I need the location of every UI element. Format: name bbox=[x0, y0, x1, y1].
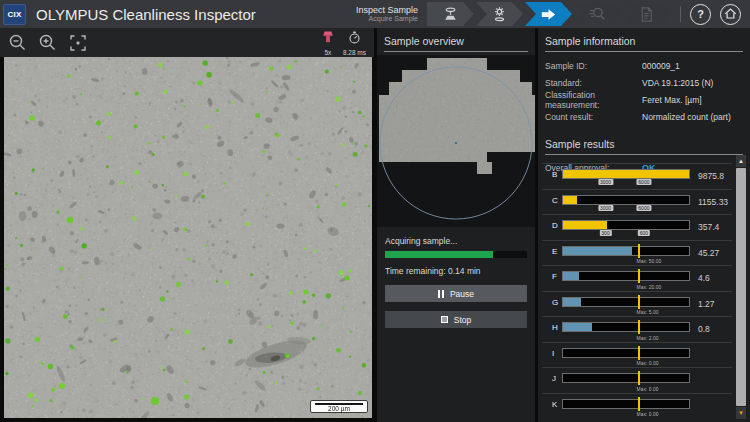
class-bar: Max: 0.00 bbox=[562, 373, 690, 393]
limit-marker-label: Max: 0.00 bbox=[637, 360, 659, 366]
class-value: 1.27 bbox=[698, 299, 715, 309]
gear-icon bbox=[490, 5, 509, 24]
zoom-out-button[interactable] bbox=[7, 32, 28, 53]
step-review-results[interactable] bbox=[574, 2, 621, 26]
fit-to-screen-button[interactable] bbox=[67, 32, 88, 53]
limit-marker bbox=[638, 295, 640, 309]
info-row-sample-id: Sample ID: 000009_1 bbox=[545, 57, 743, 74]
cix-logo: CIX bbox=[3, 4, 26, 25]
sample-overview-panel: Sample overview Acquiring sample... Time… bbox=[377, 28, 535, 422]
step-acquire-sample[interactable] bbox=[525, 2, 572, 26]
scale-tick: 600 bbox=[638, 230, 650, 236]
info-label: Classification measurement: bbox=[545, 90, 642, 110]
overview-title: Sample overview bbox=[384, 28, 528, 52]
image-toolbar: 5x 8.28 ms bbox=[0, 28, 374, 57]
class-letter: D bbox=[552, 221, 558, 230]
bar-fill bbox=[563, 170, 689, 178]
result-row-C: C300060001155.33 bbox=[542, 189, 732, 215]
bar-track bbox=[562, 271, 690, 281]
sample-overview-map[interactable] bbox=[377, 55, 535, 227]
pause-icon bbox=[438, 290, 444, 298]
limit-marker bbox=[638, 346, 640, 360]
bar-fill bbox=[563, 272, 579, 280]
limit-marker-label: Max: 0.00 bbox=[637, 411, 659, 417]
limit-marker-label: Max: 5.00 bbox=[637, 309, 659, 315]
limit-marker bbox=[638, 320, 640, 334]
step-create-report[interactable] bbox=[623, 2, 670, 26]
bar-fill bbox=[563, 298, 581, 306]
sample-results-panel: Sample information Sample ID: 000009_1 S… bbox=[538, 28, 750, 422]
stage-icon bbox=[441, 5, 460, 24]
title-bar: CIX OLYMPUS Cleanliness Inspector Inspec… bbox=[0, 0, 750, 28]
scale-tick: 300 bbox=[599, 230, 611, 236]
result-row-I: IMax: 0.00 bbox=[542, 342, 732, 368]
pause-button[interactable]: Pause bbox=[385, 285, 527, 302]
limit-marker-label: Max: 50.00 bbox=[637, 258, 662, 264]
info-label: Standard: bbox=[545, 78, 642, 88]
step-setup-acquisition[interactable] bbox=[476, 2, 523, 26]
info-value: Feret Max. [µm] bbox=[642, 95, 702, 105]
class-bar: 30006000 bbox=[562, 195, 690, 215]
workflow-steps bbox=[427, 2, 670, 26]
class-bar: Max: 0.00 bbox=[562, 348, 690, 368]
bar-track bbox=[562, 399, 690, 409]
bar-track bbox=[562, 169, 690, 179]
bar-track bbox=[562, 195, 690, 205]
bar-track bbox=[562, 220, 690, 230]
result-row-B: B300060009875.8 bbox=[542, 163, 732, 189]
cleanliness-inspector-app: CIX OLYMPUS Cleanliness Inspector Inspec… bbox=[0, 0, 750, 422]
limit-marker bbox=[638, 397, 640, 411]
help-button[interactable]: ? bbox=[690, 4, 711, 25]
limit-marker-label: Max: 2.00 bbox=[637, 335, 659, 341]
result-row-G: GMax: 5.001.27 bbox=[542, 291, 732, 317]
class-letter: F bbox=[552, 272, 557, 281]
result-row-D: D300600357.4 bbox=[542, 214, 732, 240]
bar-fill bbox=[563, 196, 577, 204]
bar-fill bbox=[563, 323, 592, 331]
bar-track bbox=[562, 322, 690, 332]
class-letter: C bbox=[552, 196, 558, 205]
zoom-in-button[interactable] bbox=[37, 32, 58, 53]
info-row-classification: Classification measurement: Feret Max. [… bbox=[545, 91, 743, 108]
result-row-H: HMax: 2.000.8 bbox=[542, 316, 732, 342]
workflow-step-label: Inspect Sample Acquire Sample bbox=[356, 5, 427, 23]
image-area: 5x 8.28 ms 200 µm bbox=[0, 28, 374, 422]
scroll-down-arrow[interactable]: ▼ bbox=[736, 407, 746, 419]
class-value: 9875.8 bbox=[698, 171, 724, 181]
specimen-image[interactable]: 200 µm bbox=[4, 57, 372, 418]
scale-tick: 3000 bbox=[598, 205, 613, 211]
arrow-right-icon bbox=[539, 5, 558, 24]
overview-map-canvas[interactable] bbox=[377, 55, 535, 227]
results-scrollbar[interactable]: ▲ ▼ bbox=[736, 155, 746, 419]
scrollbar-thumb[interactable] bbox=[736, 168, 746, 406]
limit-marker-label: Max: 20.00 bbox=[637, 284, 662, 290]
class-bar: Max: 50.00 bbox=[562, 246, 690, 266]
class-letter: J bbox=[552, 374, 556, 383]
class-bar: Max: 20.00 bbox=[562, 271, 690, 291]
toolbar-separator bbox=[680, 6, 681, 22]
specimen-canvas[interactable] bbox=[4, 57, 372, 418]
bar-fill bbox=[563, 221, 607, 229]
info-value: VDA 19.1:2015 (N) bbox=[642, 78, 713, 88]
class-bar: 30006000 bbox=[562, 169, 690, 189]
home-button[interactable] bbox=[720, 4, 741, 25]
sample-results-title: Sample results bbox=[545, 131, 743, 155]
scale-tick: 3000 bbox=[598, 179, 613, 185]
sample-information-rows: Sample ID: 000009_1 Standard: VDA 19.1:2… bbox=[538, 57, 750, 125]
scale-bar-label: 200 µm bbox=[311, 405, 367, 413]
result-row-E: EMax: 50.0045.27 bbox=[542, 240, 732, 266]
report-document-icon bbox=[637, 5, 656, 24]
result-row-F: FMax: 20.004.6 bbox=[542, 265, 732, 291]
info-row-standard: Standard: VDA 19.1:2015 (N) bbox=[545, 74, 743, 91]
class-letter: G bbox=[552, 298, 558, 307]
step-load-sample[interactable] bbox=[427, 2, 474, 26]
acquisition-progress-bar bbox=[385, 251, 527, 258]
app-title: OLYMPUS Cleanliness Inspector bbox=[36, 6, 256, 23]
acquisition-indicators: 5x 8.28 ms bbox=[322, 30, 374, 56]
scroll-up-arrow[interactable]: ▲ bbox=[736, 155, 746, 167]
bar-track bbox=[562, 348, 690, 358]
home-icon bbox=[723, 6, 738, 23]
acquisition-status: Acquiring sample... bbox=[385, 236, 527, 246]
class-letter: E bbox=[552, 247, 557, 256]
stop-button[interactable]: Stop bbox=[385, 311, 527, 328]
